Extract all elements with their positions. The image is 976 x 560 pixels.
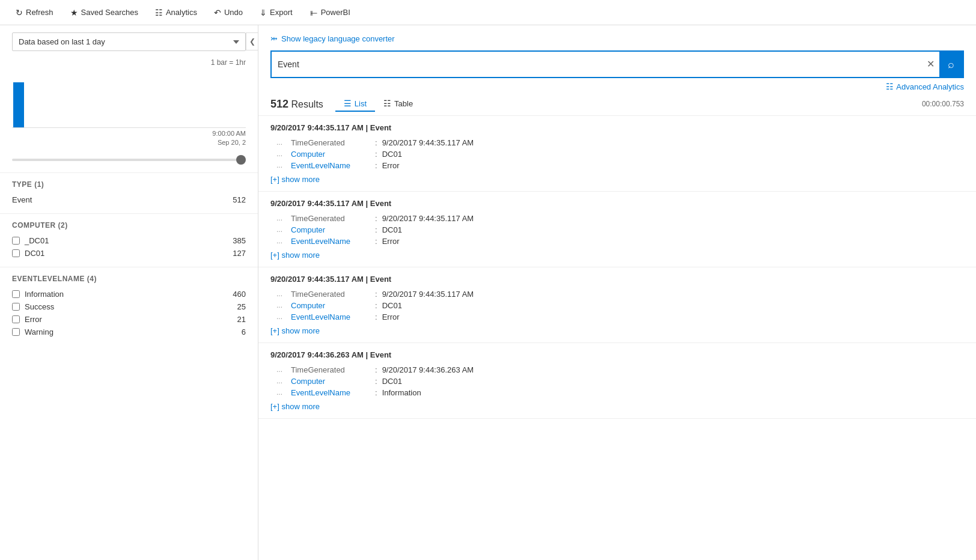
- search-clear-button[interactable]: ✕: [922, 59, 939, 69]
- eventlevelname-filter-title: EVENTLEVELNAME (4): [12, 275, 246, 283]
- eventlevelname-filter-error: Error 21: [12, 313, 246, 326]
- computer-filter-title: COMPUTER (2): [12, 221, 246, 230]
- range-slider-area: [0, 149, 258, 172]
- eventlevelname-filter-information: Information 460: [12, 288, 246, 300]
- type-filter-section: TYPE (1) Event 512: [0, 172, 258, 213]
- export-icon: ⇓: [260, 8, 267, 17]
- result-field: ... TimeGenerated : 9/20/2017 9:44:35.11…: [276, 137, 964, 148]
- saved-searches-button[interactable]: ★ Saved Searches: [62, 0, 147, 25]
- computer-field-label[interactable]: Computer: [291, 301, 375, 310]
- chart-time-label: 9:00:00 AMSep 20, 2: [0, 128, 258, 149]
- search-header: ⤔ Show legacy language converter ✕ ⌕ ☷ A…: [258, 25, 976, 93]
- legacy-language-link[interactable]: ⤔ Show legacy language converter: [270, 34, 964, 43]
- sidebar: ❮ Data based on last 1 day Data based on…: [0, 25, 258, 560]
- result-field: ... Computer : DC01: [276, 148, 964, 160]
- advanced-analytics-icon: ☷: [886, 82, 894, 91]
- eventlevelname-checkbox-error[interactable]: [12, 315, 20, 323]
- show-more-link[interactable]: [+] show more: [270, 402, 320, 411]
- result-header: 9/20/2017 9:44:35.117 AM | Event: [270, 123, 964, 132]
- chart-bar: [13, 82, 24, 127]
- result-field: ... Computer : DC01: [276, 224, 964, 236]
- computer-checkbox-dc01[interactable]: [12, 249, 20, 257]
- time-elapsed: 00:00:00.753: [922, 100, 964, 108]
- type-filter-event: Event 512: [12, 193, 246, 206]
- result-field: ... EventLevelName : Error: [276, 311, 964, 323]
- table-icon: ☷: [383, 99, 391, 108]
- analytics-button[interactable]: ☷ Analytics: [147, 0, 206, 25]
- eventlevelname-filter-success: Success 25: [12, 300, 246, 313]
- show-more-link[interactable]: [+] show more: [270, 175, 320, 184]
- show-more-link[interactable]: [+] show more: [270, 326, 320, 335]
- result-field: ... Computer : DC01: [276, 300, 964, 311]
- results-list: 9/20/2017 9:44:35.117 AM | Event ... Tim…: [258, 116, 976, 560]
- results-count: 512 Results: [270, 98, 323, 111]
- list-icon: ☰: [344, 99, 352, 108]
- time-filter: Data based on last 1 day Data based on l…: [12, 32, 246, 51]
- star-icon: ★: [70, 8, 78, 17]
- content-area: ⤔ Show legacy language converter ✕ ⌕ ☷ A…: [258, 25, 976, 560]
- export-button[interactable]: ⇓ Export: [251, 0, 301, 25]
- result-field: ... Computer : DC01: [276, 376, 964, 387]
- eventlevelname-field-label[interactable]: EventLevelName: [291, 388, 375, 397]
- eventlevelname-filter-section: EVENTLEVELNAME (4) Information 460 Succe…: [0, 267, 258, 345]
- result-header: 9/20/2017 9:44:35.117 AM | Event: [270, 199, 964, 208]
- result-field: ... TimeGenerated : 9/20/2017 9:44:36.26…: [276, 364, 964, 376]
- result-header: 9/20/2017 9:44:36.263 AM | Event: [270, 350, 964, 359]
- result-field: ... TimeGenerated : 9/20/2017 9:44:35.11…: [276, 288, 964, 300]
- show-more-link[interactable]: [+] show more: [270, 251, 320, 260]
- tab-group: ☰ List ☷ Table: [335, 96, 922, 112]
- powerbi-button[interactable]: ⫦ PowerBI: [301, 0, 359, 25]
- chevron-down-double-icon: ⤔: [270, 34, 278, 43]
- results-bar: 512 Results ☰ List ☷ Table 00:00:00.753: [258, 93, 976, 116]
- search-input[interactable]: [272, 55, 922, 74]
- eventlevelname-field-label[interactable]: EventLevelName: [291, 312, 375, 321]
- result-entry: 9/20/2017 9:44:35.117 AM | Event ... Tim…: [258, 192, 976, 267]
- time-filter-select[interactable]: Data based on last 1 day Data based on l…: [12, 32, 246, 51]
- refresh-icon: ↻: [16, 8, 23, 17]
- type-filter-title: TYPE (1): [12, 180, 246, 189]
- chart-area: [0, 68, 258, 128]
- eventlevelname-checkbox-information[interactable]: [12, 290, 20, 298]
- computer-field-label[interactable]: Computer: [291, 377, 375, 386]
- eventlevelname-checkbox-success[interactable]: [12, 303, 20, 311]
- collapse-sidebar-button[interactable]: ❮: [246, 32, 258, 50]
- eventlevelname-checkbox-warning[interactable]: [12, 328, 20, 336]
- result-field: ... EventLevelName : Error: [276, 160, 964, 171]
- bar-chart: [12, 80, 246, 128]
- bar-label: 1 bar = 1hr: [0, 56, 258, 68]
- search-button[interactable]: ⌕: [939, 52, 963, 77]
- computer-filter-dc01-underscore: _DC01 385: [12, 234, 246, 247]
- analytics-icon: ☷: [155, 8, 163, 17]
- undo-button[interactable]: ↶ Undo: [206, 0, 251, 25]
- eventlevelname-field-label[interactable]: EventLevelName: [291, 161, 375, 170]
- undo-icon: ↶: [214, 8, 221, 17]
- search-icon: ⌕: [948, 58, 954, 71]
- result-header: 9/20/2017 9:44:35.117 AM | Event: [270, 275, 964, 284]
- result-field: ... EventLevelName : Error: [276, 236, 964, 247]
- search-box-row: ✕ ⌕: [270, 50, 964, 78]
- refresh-button[interactable]: ↻ Refresh: [7, 0, 62, 25]
- computer-filter-section: COMPUTER (2) _DC01 385 DC01 127: [0, 213, 258, 267]
- tab-list[interactable]: ☰ List: [335, 96, 375, 112]
- computer-field-label[interactable]: Computer: [291, 225, 375, 234]
- computer-checkbox-dc01-underscore[interactable]: [12, 237, 20, 245]
- eventlevelname-filter-warning: Warning 6: [12, 326, 246, 338]
- result-entry: 9/20/2017 9:44:35.117 AM | Event ... Tim…: [258, 116, 976, 192]
- powerbi-icon: ⫦: [310, 8, 318, 17]
- computer-field-label[interactable]: Computer: [291, 150, 375, 159]
- time-range-slider[interactable]: [12, 159, 246, 161]
- result-field: ... TimeGenerated : 9/20/2017 9:44:35.11…: [276, 213, 964, 224]
- result-field: ... EventLevelName : Information: [276, 387, 964, 398]
- tab-table[interactable]: ☷ Table: [375, 96, 421, 112]
- result-entry: 9/20/2017 9:44:35.117 AM | Event ... Tim…: [258, 267, 976, 343]
- eventlevelname-field-label[interactable]: EventLevelName: [291, 237, 375, 246]
- main-layout: ❮ Data based on last 1 day Data based on…: [0, 25, 976, 560]
- toolbar: ↻ Refresh ★ Saved Searches ☷ Analytics ↶…: [0, 0, 976, 25]
- result-entry: 9/20/2017 9:44:36.263 AM | Event ... Tim…: [258, 343, 976, 419]
- computer-filter-dc01: DC01 127: [12, 247, 246, 260]
- advanced-analytics-link[interactable]: ☷ Advanced Analytics: [270, 82, 964, 91]
